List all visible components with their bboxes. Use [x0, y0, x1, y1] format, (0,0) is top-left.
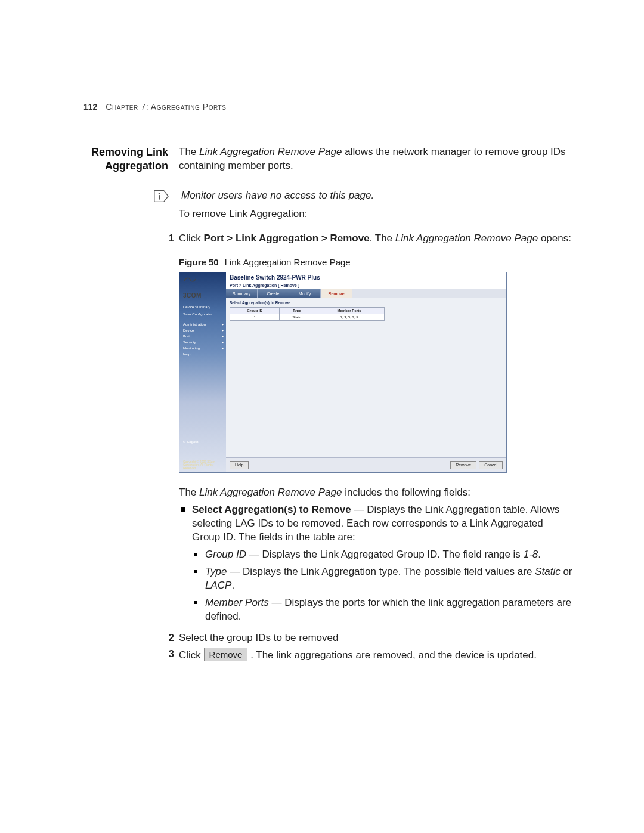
shot-sidebar: 3COM Device Summary Save Configuration A…	[179, 272, 226, 472]
tab-modify[interactable]: Modify	[289, 289, 321, 298]
figure-caption: Figure 50Link Aggregation Remove Page	[179, 256, 572, 268]
sub-desc: — Displays the Link Aggregated Group ID.…	[246, 549, 524, 560]
sidebar-item-device[interactable]: Device▸	[183, 327, 224, 333]
sub-end: .	[538, 549, 541, 560]
intro-em: Link Aggregation Remove Page	[199, 146, 342, 157]
chevron-right-icon: ▸	[222, 340, 224, 345]
step1-pre: Click	[179, 233, 204, 244]
sub-end: .	[231, 580, 234, 591]
col-member-ports: Member Ports	[314, 308, 385, 314]
brand-swirl-icon	[183, 276, 196, 283]
page-number: 112	[83, 102, 97, 112]
sidebar-menu: Administration▸ Device▸ Port▸ Security▸ …	[183, 321, 224, 358]
shot-main: Baseline Switch 2924-PWR Plus Port > Lin…	[226, 272, 506, 472]
brand-logo: 3COM	[183, 292, 224, 300]
shot-tabs: Summary Create Modify Remove	[226, 289, 506, 298]
after-fig-em: Link Aggregation Remove Page	[199, 487, 342, 498]
sidebar-link-save-config[interactable]: Save Configuration	[183, 312, 224, 317]
sidebar-item-label: Port	[183, 334, 190, 339]
cell-member-ports: 1, 3, 5, 7, 9	[314, 314, 385, 321]
col-group-id: Group ID	[230, 308, 280, 314]
sidebar-item-help[interactable]: Help	[183, 351, 224, 357]
intro-pre: The	[179, 146, 199, 157]
logout-link[interactable]: ⎋ Logout	[183, 439, 224, 444]
subfield-list: Group ID — Displays the Link Aggregated …	[192, 548, 572, 624]
section-heading-line2: Aggregation	[105, 160, 168, 172]
logout-icon: ⎋	[183, 439, 185, 444]
sidebar-item-label: Monitoring	[183, 346, 200, 351]
figure-label: Figure 50	[179, 257, 219, 267]
shot-breadcrumb: Port > Link Aggregation [ Remove ]	[226, 283, 506, 289]
step1-mid: . The	[370, 233, 395, 244]
step-text: Click Port > Link Aggregation > Remove. …	[179, 232, 572, 246]
intro-paragraph: The Link Aggregation Remove Page allows …	[179, 145, 572, 173]
page: 112 Chapter 7: Aggregating Ports Removin…	[0, 0, 644, 833]
shot-footer: Help Remove Cancel	[226, 457, 506, 472]
sub-v1: Static	[535, 566, 561, 577]
figure-caption-text: Link Aggregation Remove Page	[225, 257, 351, 267]
sidebar-item-monitoring[interactable]: Monitoring▸	[183, 345, 224, 351]
step1-em: Link Aggregation Remove Page	[395, 233, 538, 244]
chevron-right-icon: ▸	[222, 346, 224, 351]
help-button[interactable]: Help	[230, 461, 249, 469]
select-label: Select Aggregation(s) to Remove:	[230, 301, 503, 306]
sidebar-item-label: Help	[183, 352, 190, 357]
cancel-button[interactable]: Cancel	[479, 461, 503, 469]
sidebar-item-administration[interactable]: Administration▸	[183, 321, 224, 327]
table-row[interactable]: 1 Static 1, 3, 5, 7, 9	[230, 314, 385, 321]
logout-label: Logout	[187, 439, 198, 444]
info-note: Monitor users have no access to this pag…	[153, 188, 572, 204]
svg-marker-0	[154, 191, 168, 202]
sidebar-item-port[interactable]: Port▸	[183, 333, 224, 339]
col-type: Type	[280, 308, 314, 314]
chevron-right-icon: ▸	[222, 328, 224, 333]
step-number: 2	[161, 631, 174, 645]
subfield-member-ports: Member Ports — Displays the ports for wh…	[192, 596, 572, 624]
shot-content: Select Aggregation(s) to Remove: Group I…	[226, 298, 506, 457]
cell-group-id: 1	[230, 314, 280, 321]
intro2: To remove Link Aggregation:	[179, 208, 572, 221]
step1-post: opens:	[538, 233, 571, 244]
aggregation-table: Group ID Type Member Ports 1 Static 1, 3…	[230, 307, 385, 321]
sidebar-item-security[interactable]: Security▸	[183, 339, 224, 345]
section-heading: Removing Link Aggregation	[83, 145, 168, 174]
tab-create[interactable]: Create	[258, 289, 289, 298]
step-1: 1 Click Port > Link Aggregation > Remove…	[179, 232, 572, 246]
field-select-aggregation: Select Aggregation(s) to Remove — Displa…	[179, 503, 572, 624]
step-2: 2 Select the group IDs to be removed	[179, 631, 572, 645]
sidebar-item-label: Device	[183, 328, 194, 333]
sidebar-link-device-summary[interactable]: Device Summary	[183, 305, 224, 309]
chapter-title: Chapter 7: Aggregating Ports	[106, 102, 226, 112]
tab-summary[interactable]: Summary	[226, 289, 258, 298]
info-icon	[153, 188, 169, 204]
section-heading-col: Removing Link Aggregation	[83, 145, 179, 665]
remove-button[interactable]: Remove	[450, 461, 476, 469]
sub-desc: — Displays the Link Aggregation type. Th…	[227, 566, 535, 577]
steps-list: 1 Click Port > Link Aggregation > Remove…	[179, 232, 572, 246]
cell-type: Static	[280, 314, 314, 321]
note-text: Monitor users have no access to this pag…	[181, 189, 374, 203]
subfield-group-id: Group ID — Displays the Link Aggregated …	[192, 548, 572, 562]
subfield-type: Type — Displays the Link Aggregation typ…	[192, 565, 572, 593]
copyright: Copyright © 2007 3Com Corporation. All R…	[183, 460, 224, 470]
sub-v2: LACP	[205, 580, 231, 591]
after-fig-pre: The	[179, 487, 199, 498]
body: Removing Link Aggregation The Link Aggre…	[83, 145, 572, 665]
step3-pre: Click	[179, 649, 204, 661]
sub-or: or	[561, 566, 572, 577]
steps-list-cont: 2 Select the group IDs to be removed 3 C…	[179, 631, 572, 662]
section-heading-line1: Removing Link	[91, 146, 168, 158]
sub-name: Group ID	[205, 549, 246, 560]
shot-header: Baseline Switch 2924-PWR Plus	[226, 272, 506, 283]
table-header-row: Group ID Type Member Ports	[230, 308, 385, 314]
sidebar-item-label: Security	[183, 340, 196, 345]
main-column: The Link Aggregation Remove Page allows …	[179, 145, 572, 665]
step-text: Click Remove . The link aggregations are…	[179, 648, 572, 662]
field-list: Select Aggregation(s) to Remove — Displa…	[179, 503, 572, 624]
chevron-right-icon: ▸	[222, 334, 224, 339]
step-number: 3	[161, 648, 174, 662]
sub-name: Member Ports	[205, 597, 269, 608]
tab-remove[interactable]: Remove	[321, 289, 352, 298]
running-head: 112 Chapter 7: Aggregating Ports	[83, 101, 227, 113]
step-number: 1	[161, 232, 174, 246]
